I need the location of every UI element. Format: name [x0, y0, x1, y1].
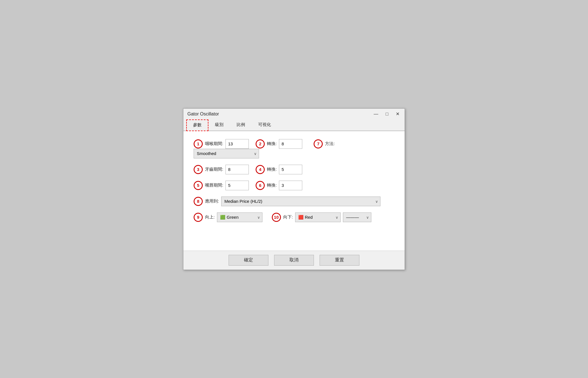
up-color-dropdown-wrap: 🟩 Green Red Blue Yellow — [217, 212, 262, 222]
up-color-select[interactable]: 🟩 Green Red Blue Yellow — [217, 212, 262, 222]
circle-9: 9 — [194, 213, 203, 222]
circle-1: 1 — [194, 139, 203, 148]
circle-5: 5 — [194, 181, 203, 190]
lips-period-label: 嘴唇期間: — [205, 183, 223, 188]
circle-4: 4 — [256, 165, 265, 174]
method-select[interactable]: SMA EMA Smoothed LWMA — [194, 149, 259, 158]
row-lips: 5 嘴唇期間: 6 轉換: — [194, 181, 394, 190]
minimize-button[interactable]: — — [372, 112, 379, 116]
title-bar: Gator Oscillator — □ ✕ — [183, 109, 405, 118]
lips-shift-input[interactable] — [279, 181, 302, 190]
jaw-shift-input[interactable] — [279, 139, 302, 149]
tab-visualization[interactable]: 可視化 — [252, 119, 278, 131]
jaw-period-label: 咽喉期間: — [205, 141, 223, 146]
jaw-period-input[interactable] — [225, 139, 249, 149]
tab-scale[interactable]: 比例 — [230, 119, 252, 131]
ok-button[interactable]: 確定 — [229, 255, 268, 266]
cancel-button[interactable]: 取消 — [274, 255, 314, 266]
window-title: Gator Oscillator — [187, 111, 219, 117]
circle-7: 7 — [314, 139, 323, 148]
circle-3: 3 — [194, 165, 203, 174]
method-dropdown-wrap: SMA EMA Smoothed LWMA — [194, 149, 259, 158]
jaw-shift-label: 轉換: — [267, 141, 277, 146]
teeth-shift-input[interactable] — [279, 165, 302, 174]
method-label: 方法: — [325, 141, 335, 146]
down-color-dropdown-wrap: 🟥 Red Green Blue Yellow — [295, 212, 341, 222]
line-style-dropdown-wrap: ——— - - - · · · — [343, 212, 371, 222]
apply-dropdown-wrap: Median Price (HL/2) Close Open High Low … — [221, 197, 380, 206]
close-button[interactable]: ✕ — [395, 112, 401, 116]
apply-label: 應用到: — [205, 199, 219, 204]
content-area: 1 咽喉期間: 2 轉換: 7 方法: SMA EMA Smoothed LWM… — [183, 131, 405, 251]
teeth-period-label: 牙齒期間: — [205, 167, 223, 172]
line-style-select[interactable]: ——— - - - · · · — [343, 212, 371, 222]
row-colors: 9 向上: 🟩 Green Red Blue Yellow 10 向下: 🟥 R… — [194, 212, 394, 222]
teeth-shift-label: 轉換: — [267, 167, 277, 172]
tab-levels[interactable]: 級別 — [208, 119, 230, 131]
footer: 確定 取消 重置 — [183, 251, 405, 270]
teeth-period-input[interactable] — [225, 165, 249, 174]
row-teeth: 3 牙齒期間: 4 轉換: — [194, 165, 394, 174]
circle-8: 8 — [194, 197, 203, 206]
circle-2: 2 — [256, 139, 265, 148]
reset-button[interactable]: 重置 — [320, 255, 359, 266]
lips-period-input[interactable] — [225, 181, 249, 190]
row-apply: 8 應用到: Median Price (HL/2) Close Open Hi… — [194, 197, 394, 206]
apply-select[interactable]: Median Price (HL/2) Close Open High Low … — [221, 197, 380, 206]
lips-shift-label: 轉換: — [267, 183, 277, 188]
circle-10: 10 — [272, 213, 281, 222]
down-label: 向下: — [283, 214, 293, 220]
up-label: 向上: — [205, 214, 215, 220]
down-color-select[interactable]: 🟥 Red Green Blue Yellow — [295, 212, 341, 222]
circle-6: 6 — [256, 181, 265, 190]
row-jaw: 1 咽喉期間: 2 轉換: 7 方法: SMA EMA Smoothed LWM… — [194, 139, 394, 158]
tab-bar: 參數 級別 比例 可視化 — [183, 119, 405, 131]
tab-parameters[interactable]: 參數 — [186, 119, 208, 131]
window-controls: — □ ✕ — [372, 112, 401, 116]
maximize-button[interactable]: □ — [384, 112, 390, 116]
main-window: Gator Oscillator — □ ✕ 參數 級別 比例 可視化 1 咽喉… — [183, 108, 405, 270]
